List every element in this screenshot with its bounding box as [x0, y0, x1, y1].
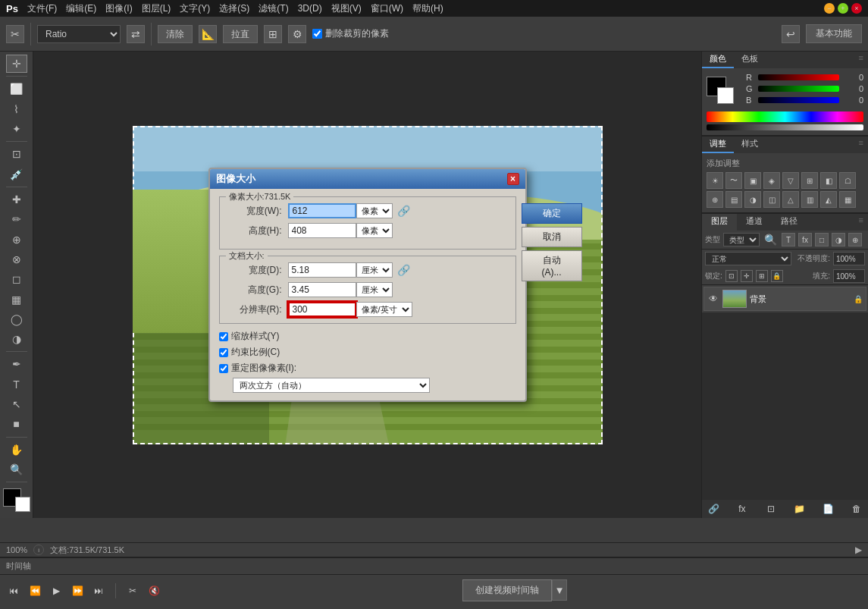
- bw-bar[interactable]: [707, 124, 863, 130]
- menu-select[interactable]: 选择(S): [215, 1, 254, 17]
- menu-text[interactable]: 文字(Y): [175, 1, 215, 17]
- layer-visibility-icon[interactable]: 👁: [707, 293, 719, 305]
- color-tab[interactable]: 颜色: [702, 52, 734, 68]
- invert-icon[interactable]: ◑: [744, 191, 761, 208]
- curves-icon[interactable]: 〜: [725, 172, 742, 189]
- green-slider[interactable]: [758, 86, 839, 92]
- fill-input[interactable]: [833, 269, 865, 283]
- settings-icon[interactable]: ⚙: [288, 25, 306, 43]
- status-arrow-icon[interactable]: ▶: [855, 545, 862, 555]
- t-icon[interactable]: T: [782, 233, 795, 246]
- channels-tab[interactable]: 通道: [737, 214, 772, 231]
- tl-prev-icon[interactable]: ⏮: [6, 583, 21, 598]
- lock-all-icon[interactable]: 🔒: [771, 270, 783, 282]
- panel-options[interactable]: ≡: [854, 52, 868, 68]
- menu-view[interactable]: 视图(V): [327, 1, 366, 17]
- selective-color-icon[interactable]: ◭: [820, 191, 837, 208]
- dialog-close-button[interactable]: ×: [507, 173, 519, 185]
- height-input[interactable]: [288, 223, 356, 238]
- healing-tool[interactable]: ✚: [6, 190, 27, 209]
- brightness-icon[interactable]: ☀: [707, 172, 723, 189]
- resolution-input[interactable]: [288, 302, 356, 317]
- create-timeline-dropdown[interactable]: ▼: [552, 579, 567, 601]
- new-group-icon[interactable]: 📁: [792, 502, 806, 516]
- layer-style-icon[interactable]: fx: [735, 502, 749, 516]
- move-tool[interactable]: ✛: [6, 55, 27, 73]
- tl-next-icon[interactable]: ⏭: [91, 583, 106, 598]
- resample-method-select[interactable]: 两次立方（自动）: [233, 378, 430, 393]
- link-layers-icon[interactable]: 🔗: [707, 502, 720, 516]
- lock-position-icon[interactable]: ✛: [741, 270, 753, 282]
- menu-window[interactable]: 窗口(W): [366, 1, 408, 17]
- tl-play-icon[interactable]: ▶: [49, 583, 64, 598]
- gradient-map-icon[interactable]: ▥: [801, 191, 818, 208]
- shape-icon2[interactable]: □: [815, 233, 829, 246]
- fg-bg-swatches[interactable]: [707, 77, 734, 104]
- tl-forward-frame-icon[interactable]: ⏩: [70, 583, 85, 598]
- auto-button[interactable]: 自动(A)...: [522, 250, 582, 281]
- magic-wand-tool[interactable]: ✦: [6, 120, 27, 138]
- levels-icon[interactable]: ▦: [839, 191, 856, 208]
- eyedropper-tool[interactable]: 💉: [6, 165, 27, 183]
- lock-pixels-icon[interactable]: ⊡: [725, 270, 738, 282]
- resolution-unit[interactable]: 像素/英寸: [356, 302, 412, 317]
- ratio-select[interactable]: Ratio: [37, 25, 121, 43]
- crop-tool-icon[interactable]: ✂: [6, 25, 24, 43]
- menu-image[interactable]: 图像(I): [101, 1, 136, 17]
- hand-tool[interactable]: ✋: [6, 440, 27, 458]
- bg-swatch[interactable]: [717, 87, 734, 104]
- background-color[interactable]: [15, 497, 30, 512]
- marquee-tool[interactable]: ⬜: [6, 80, 27, 98]
- hsb-icon[interactable]: ▽: [782, 172, 799, 189]
- cancel-button[interactable]: 取消: [522, 227, 582, 247]
- delete-layer-icon[interactable]: 🗑: [850, 502, 863, 516]
- swap-icon[interactable]: ⇄: [127, 25, 145, 43]
- gradient-tool[interactable]: ▦: [6, 290, 27, 308]
- image-size-dialog[interactable]: 图像大小 × 像素大小:731.5K 宽度(W): 像素 🔗 高度(H):: [208, 168, 527, 402]
- adjust-options[interactable]: ≡: [854, 137, 868, 153]
- menu-help[interactable]: 帮助(H): [408, 1, 448, 17]
- resample-checkbox[interactable]: [219, 364, 228, 373]
- tl-cut-icon[interactable]: ✂: [125, 583, 140, 598]
- height-unit[interactable]: 像素: [356, 223, 393, 238]
- spectrum-bar[interactable]: [707, 111, 863, 122]
- scale-checkbox[interactable]: [219, 332, 228, 341]
- layer-item-bg[interactable]: 👁 背景 🔒: [703, 287, 866, 311]
- threshold-icon[interactable]: △: [782, 191, 799, 208]
- opacity-input[interactable]: [833, 252, 865, 265]
- exposure-icon[interactable]: ▣: [744, 172, 761, 189]
- path-selection-tool[interactable]: ↖: [6, 395, 27, 413]
- close-button[interactable]: ×: [851, 3, 862, 14]
- blur-tool[interactable]: ◯: [6, 310, 27, 328]
- doc-width-input[interactable]: [288, 262, 356, 278]
- zoom-tool[interactable]: 🔍: [6, 460, 27, 479]
- brush-tool[interactable]: ✏: [6, 210, 27, 228]
- photo-filter-icon[interactable]: ☖: [839, 172, 856, 189]
- adjust-icon[interactable]: ◑: [832, 233, 845, 246]
- smart-icon[interactable]: ⊕: [848, 233, 862, 246]
- adjust-tab[interactable]: 调整: [702, 137, 734, 153]
- red-slider[interactable]: [758, 74, 839, 80]
- blue-slider[interactable]: [758, 97, 839, 103]
- straighten-icon[interactable]: 📐: [199, 25, 217, 43]
- doc-height-unit[interactable]: 厘米: [356, 282, 393, 297]
- tl-back-frame-icon[interactable]: ⏪: [27, 583, 42, 598]
- dodge-tool[interactable]: ◑: [6, 330, 27, 348]
- eraser-tool[interactable]: ◻: [6, 270, 27, 288]
- posterize-icon[interactable]: ◫: [763, 191, 780, 208]
- bw-icon[interactable]: ◧: [820, 172, 837, 189]
- paths-tab[interactable]: 路径: [772, 214, 807, 231]
- maximize-button[interactable]: +: [838, 3, 848, 14]
- new-layer-icon[interactable]: 📄: [821, 502, 835, 516]
- doc-width-unit[interactable]: 厘米: [356, 262, 393, 278]
- tl-mute-icon[interactable]: 🔇: [146, 583, 161, 598]
- crop-tool[interactable]: ⊡: [6, 145, 27, 163]
- ok-button[interactable]: 确定: [522, 203, 582, 224]
- style-tab[interactable]: 样式: [734, 137, 766, 153]
- straighten-button[interactable]: 拉直: [223, 25, 258, 43]
- blend-mode-select[interactable]: 正常: [705, 252, 791, 265]
- history-tool[interactable]: ⊗: [6, 250, 27, 268]
- add-mask-icon[interactable]: ⊡: [764, 502, 778, 516]
- shape-tool[interactable]: ■: [6, 415, 27, 433]
- constrain-checkbox[interactable]: [219, 348, 228, 357]
